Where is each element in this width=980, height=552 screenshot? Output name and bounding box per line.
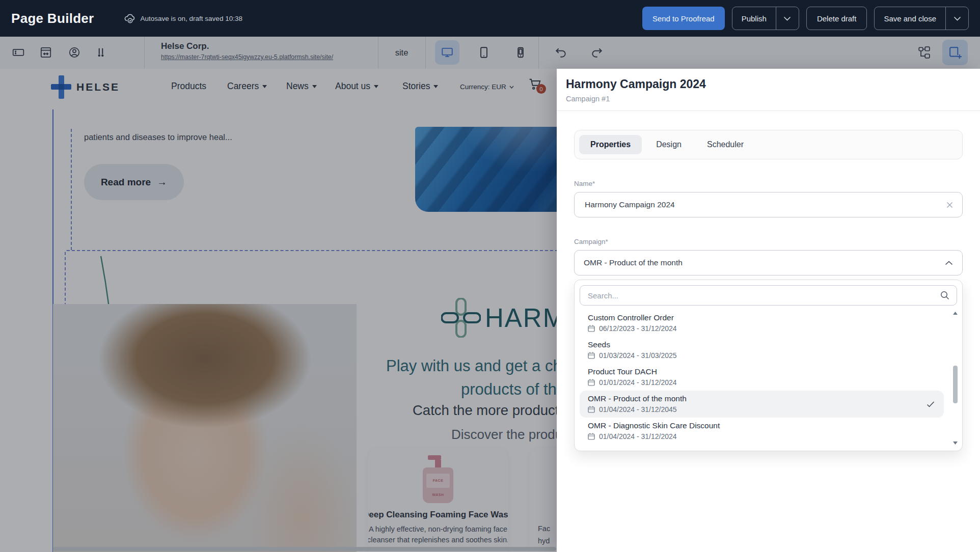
cart-count-badge: 0	[536, 84, 546, 94]
cart-button[interactable]: 0	[529, 78, 542, 90]
text-block-button[interactable]	[7, 41, 30, 64]
caret-down-icon	[433, 85, 438, 88]
undo-icon	[554, 46, 567, 59]
check-icon	[927, 401, 935, 407]
options-scrollbar[interactable]	[952, 312, 959, 445]
panel-header: Harmony Campaign 2024 Campaign #1	[557, 69, 980, 103]
option-title: Product Tour DACH	[588, 367, 936, 376]
nav-item-stories[interactable]: Stories	[402, 81, 438, 92]
calendar-icon	[588, 433, 595, 440]
brand-name: HELSE	[76, 81, 120, 93]
delete-draft-button[interactable]: Delete draft	[806, 7, 867, 30]
section-dashed-outline	[71, 129, 72, 250]
nav-item-products[interactable]: Products	[171, 81, 206, 92]
save-and-close-button[interactable]: Save and close	[875, 14, 945, 23]
panel-title: Harmony Campaign 2024	[566, 77, 971, 91]
chevron-up-icon[interactable]	[945, 261, 953, 265]
calendar-icon	[588, 379, 595, 386]
scroll-up-icon[interactable]	[953, 312, 958, 315]
app-title: Page Builder	[11, 11, 94, 26]
option-title: Custom Controller Order	[588, 313, 936, 322]
calendar-icon	[588, 352, 595, 359]
product-text-fragment: hyd	[538, 537, 550, 545]
device-desktop-button[interactable]	[435, 40, 459, 65]
save-dropdown-toggle[interactable]	[945, 7, 968, 30]
publish-button[interactable]: Publish	[732, 14, 776, 23]
option-dates: 01/01/2024 - 31/12/2024	[599, 378, 677, 387]
horizontal-scrollbar[interactable]	[53, 547, 556, 551]
option-title: OMR - Product of the month	[588, 394, 936, 403]
campaign-field-label: Campaign*	[574, 238, 963, 245]
add-frame-button[interactable]	[942, 40, 968, 65]
scroll-down-icon[interactable]	[953, 441, 958, 445]
read-more-button[interactable]: Read more →	[84, 164, 184, 200]
site-url-link[interactable]: https://master-7rqtwti-seqx45igywzzy.eu-…	[161, 53, 333, 61]
clear-name-icon[interactable]	[946, 202, 953, 208]
campaign-side-panel: Harmony Campaign 2024 Campaign #1 Proper…	[557, 69, 980, 552]
calendar-icon	[588, 325, 595, 332]
scrollbar-thumb[interactable]	[953, 366, 958, 403]
send-to-proofread-button[interactable]: Send to Proofread	[642, 7, 725, 30]
model-photo	[53, 304, 357, 552]
site-label: site	[378, 37, 425, 69]
structure-tree-button[interactable]	[912, 41, 936, 64]
name-field-label: Name*	[574, 180, 963, 187]
tree-view-icon	[917, 46, 931, 59]
calendar-icon	[588, 406, 595, 413]
user-block-button[interactable]	[63, 41, 86, 64]
site-brand[interactable]: HELSE	[51, 75, 120, 99]
tab-properties[interactable]: Properties	[579, 135, 642, 154]
chevron-down-icon	[954, 16, 961, 21]
undo-button[interactable]	[549, 41, 573, 64]
product-name: Deep Cleansing Foaming Face Wash	[368, 510, 508, 520]
site-name: Helse Corp.	[161, 41, 333, 51]
autosave-status: Autosave is on, draft saved 10:38	[124, 14, 242, 23]
name-field	[574, 192, 963, 217]
toolbar-divider	[538, 37, 539, 69]
nav-item-news[interactable]: News	[286, 81, 317, 92]
tab-design[interactable]: Design	[645, 135, 693, 154]
campaign-option[interactable]: Product Tour DACH 01/01/2024 - 31/12/202…	[580, 364, 944, 391]
currency-selector[interactable]: Currency: EUR	[460, 83, 514, 91]
nav-item-about-us[interactable]: About us	[335, 81, 378, 92]
helse-logo-icon	[51, 75, 71, 99]
option-dates: 01/04/2024 - 31/12/2045	[599, 405, 677, 413]
campaign-select[interactable]: OMR - Product of the month	[574, 250, 963, 275]
arrow-right-icon: →	[157, 176, 167, 188]
sliders-button[interactable]	[89, 41, 113, 64]
layout-panel-button[interactable]	[34, 41, 58, 64]
campaign-option-selected[interactable]: OMR - Product of the month 01/04/2024 - …	[580, 391, 944, 418]
article-hero-image	[415, 127, 564, 212]
name-input[interactable]	[584, 200, 946, 210]
campaign-option[interactable]: Custom Controller Order 06/12/2023 - 31/…	[580, 310, 944, 337]
product-text-fragment: Fac	[538, 525, 550, 533]
scrollbar-track[interactable]	[952, 317, 959, 439]
publish-button-group: Publish	[732, 7, 799, 30]
campaign-search-field	[580, 285, 957, 306]
toolbar-divider	[425, 37, 426, 69]
caret-down-icon	[312, 85, 317, 88]
campaign-options-list: Custom Controller Order 06/12/2023 - 31/…	[580, 310, 957, 445]
hero-headline-line2: products of the	[461, 380, 565, 399]
caret-down-icon	[374, 85, 378, 88]
tab-scheduler[interactable]: Scheduler	[696, 135, 755, 154]
panel-tabs: Properties Design Scheduler	[574, 130, 963, 159]
topbar-actions: Send to Proofread Publish Delete draft S…	[642, 7, 969, 30]
site-info: Helse Corp. https://master-7rqtwti-seqx4…	[161, 41, 333, 61]
option-title: OMR - Diagnostic Skin Care Discount	[588, 421, 936, 430]
nav-item-careers[interactable]: Careers	[227, 81, 267, 92]
device-mobile-button[interactable]	[508, 40, 533, 65]
desktop-icon	[441, 46, 454, 59]
chevron-down-icon	[509, 86, 514, 89]
panel-body: Properties Design Scheduler Name* Campai…	[557, 130, 980, 451]
campaign-search-input[interactable]	[587, 291, 940, 300]
harmony-logo-icon	[441, 298, 481, 338]
redo-button[interactable]	[585, 41, 609, 64]
device-tablet-button[interactable]	[472, 40, 496, 65]
campaign-option[interactable]: OMR - Diagnostic Skin Care Discount 01/0…	[580, 418, 944, 445]
publish-dropdown-toggle[interactable]	[776, 7, 799, 30]
product-card: FACE WASH Deep Cleansing Foaming Face Wa…	[368, 448, 508, 552]
campaign-option[interactable]: Seeds 01/03/2024 - 31/03/2025	[580, 337, 944, 364]
builder-toolbar: Helse Corp. https://master-7rqtwti-seqx4…	[0, 37, 980, 69]
product-description: A highly effective, non-drying foaming f…	[368, 524, 508, 545]
